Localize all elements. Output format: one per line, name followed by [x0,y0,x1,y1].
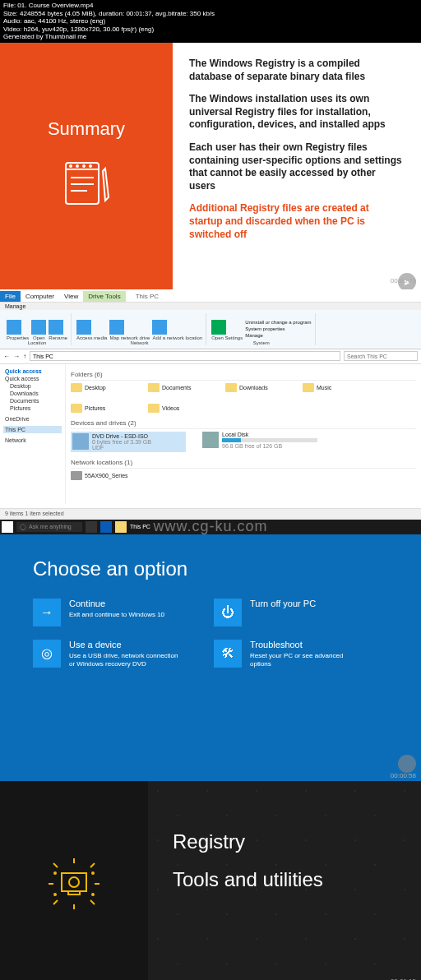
svg-point-4 [82,164,86,168]
nav-quick-access[interactable]: Quick access [3,368,62,375]
properties-icon[interactable] [7,320,21,335]
play-icon[interactable] [398,755,416,773]
nav-this-pc[interactable]: This PC [3,426,62,433]
nav-back-icon[interactable]: ← [3,353,10,360]
choose-option-heading: Choose an option [33,557,388,580]
drive-item[interactable]: DVD Drive - ESD-ISO 0 bytes free of 3.39… [71,432,186,452]
svg-line-17 [90,863,95,867]
folder-item[interactable]: Music [303,383,368,392]
tab-drive-tools[interactable]: Drive Tools [83,291,125,302]
option-use-device[interactable]: ◎ Use a deviceUse a USB drive, network c… [33,640,181,668]
map-drive-icon[interactable] [109,320,124,335]
add-network-icon[interactable] [152,320,167,335]
svg-line-16 [53,863,58,867]
ribbon-opensettings[interactable]: Open Settings [211,335,243,340]
dvd-drive-icon [72,433,89,450]
window-title: This PC [131,291,164,302]
summary-point: The Windows Registry is a compiled datab… [189,58,405,83]
folders-grid: Desktop Documents Downloads Music Pictur… [71,383,416,413]
option-continue[interactable]: → ContinueExit and continue to Windows 1… [33,599,181,626]
nav-documents[interactable]: Documents [3,397,62,404]
ribbon-manage[interactable]: Manage [245,333,311,340]
ribbon-rename[interactable]: Rename [49,335,67,340]
folder-item[interactable]: Documents [148,383,214,392]
nav-desktop[interactable]: Desktop [3,382,62,390]
registry-title: Registry [173,830,396,853]
tab-view[interactable]: View [59,291,83,302]
folder-item[interactable]: Downloads [225,383,291,392]
nav-network[interactable]: Network [3,437,62,444]
nav-forward-icon[interactable]: → [13,353,20,360]
folder-icon [71,404,82,413]
rename-icon[interactable] [49,320,63,335]
nav-up-icon[interactable]: ↑ [23,353,26,360]
taskbar-search[interactable]: ◯ Ask me anything [16,522,82,532]
option-troubleshoot[interactable]: 🛠 TroubleshootReset your PC or see advan… [214,640,362,668]
nav-onedrive[interactable]: OneDrive [3,415,62,423]
network-location-item[interactable]: 55AX900_Series [71,471,169,480]
document-icon [58,156,115,214]
drive-usage-bar [222,438,317,442]
disk-drive-icon [202,432,219,448]
folder-icon [71,383,82,392]
meta-line: Video: h264, yuv420p, 1280x720, 30.00 fp… [3,25,418,34]
tab-computer[interactable]: Computer [21,291,59,302]
summary-content: The Windows Registry is a compiled datab… [173,43,421,289]
watermark: www.cg-ku.com [153,517,267,534]
netloc-header[interactable]: Network locations (1) [71,457,416,469]
ribbon-properties[interactable]: Properties [7,335,29,340]
recovery-options-screen: www.cg-ku.com Choose an option → Continu… [0,534,421,781]
folder-item[interactable]: Videos [148,404,214,413]
ribbon-tabs: File Computer View Drive Tools This PC [0,289,421,303]
nav-quick-access-label[interactable]: Quick access [3,375,62,382]
svg-point-5 [89,164,92,168]
ribbon-group-location: Location [28,340,47,345]
file-explorer-window: File Computer View Drive Tools This PC M… [0,289,421,520]
nav-pictures[interactable]: Pictures [3,404,62,412]
tab-file[interactable]: File [0,291,21,302]
svg-point-20 [53,871,57,875]
folder-icon [303,383,314,392]
drive-name: DVD Drive - ESD-ISO [92,433,184,439]
open-icon[interactable] [31,320,46,335]
access-media-icon[interactable] [76,320,91,335]
folder-icon [225,383,237,392]
slide-icon-panel [0,781,148,980]
gear-monitor-icon [45,855,103,913]
svg-rect-9 [62,873,86,891]
settings-icon[interactable] [211,320,226,335]
ribbon-addnet[interactable]: Add a network location [152,335,202,340]
ribbon-access[interactable]: Access media [76,335,107,340]
svg-line-19 [90,900,95,904]
taskbar-window-title[interactable]: This PC [130,524,150,529]
tab-manage[interactable]: Manage [0,303,421,310]
breadcrumb-input[interactable] [30,351,340,361]
summary-sidebar: Summary [0,43,173,289]
meta-line: File: 01. Course Overview.mp4 [3,2,418,10]
folders-header[interactable]: Folders (6) [71,369,416,381]
summary-point-highlight: Additional Registry files are created at… [189,202,405,241]
explorer-taskbar-icon[interactable] [115,521,127,533]
search-input[interactable] [344,351,418,361]
option-turnoff[interactable]: ⏻ Turn off your PC [214,599,362,626]
disc-icon: ◎ [33,640,61,668]
folder-item[interactable]: Desktop [71,383,136,392]
ribbon-sysprops[interactable]: System properties [245,326,311,333]
timestamp: 00:00:58 [391,772,416,779]
drives-header[interactable]: Devices and drives (2) [71,418,416,429]
summary-heading: Summary [48,118,125,140]
nav-downloads[interactable]: Downloads [3,390,62,397]
svg-point-2 [69,164,72,168]
task-view-icon[interactable] [86,521,97,533]
registry-slide: Registry Tools and utilities 00:01:15 [0,781,421,980]
folder-icon [148,404,160,413]
slide-text-panel: Registry Tools and utilities [148,781,421,980]
edge-icon[interactable] [100,521,112,533]
drive-item[interactable]: Local Disk 96.8 GB free of 126 GB [202,432,317,452]
address-bar: ← → ↑ [0,349,421,364]
start-button[interactable] [2,521,13,533]
drive-name: Local Disk [222,432,317,437]
summary-point: Each user has their own Registry files c… [189,141,405,192]
folder-item[interactable]: Pictures [71,404,136,413]
ribbon-uninstall[interactable]: Uninstall or change a program [245,320,311,326]
